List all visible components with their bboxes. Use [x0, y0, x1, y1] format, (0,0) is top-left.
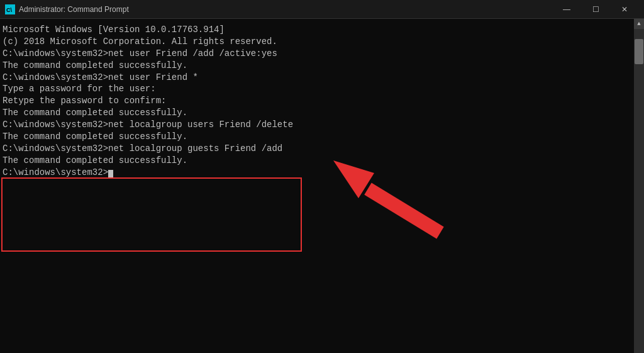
- terminal-line: Microsoft Windows [Version 10.0.17763.91…: [3, 24, 631, 36]
- terminal-line: C:\windows\system32>net user Friend /add…: [3, 48, 631, 60]
- window-body: Microsoft Windows [Version 10.0.17763.91…: [0, 19, 644, 353]
- red-arrow: [308, 142, 447, 264]
- terminal-line: The command completed successfully.: [3, 107, 631, 119]
- scrollbar[interactable]: ▲: [634, 19, 644, 353]
- minimize-button[interactable]: —: [552, 0, 581, 19]
- svg-text:C\: C\: [6, 7, 12, 13]
- window-title: Administrator: Command Prompt: [19, 5, 552, 14]
- maximize-button[interactable]: ☐: [581, 0, 610, 19]
- terminal-line: C:\windows\system32>net localgroup users…: [3, 119, 631, 131]
- window-controls: — ☐ ✕: [552, 0, 639, 19]
- cursor: [108, 170, 113, 179]
- terminal-line: (c) 2018 Microsoft Corporation. All righ…: [3, 36, 631, 48]
- title-bar: C\ Administrator: Command Prompt — ☐ ✕: [0, 0, 644, 19]
- terminal-area[interactable]: Microsoft Windows [Version 10.0.17763.91…: [0, 19, 634, 353]
- svg-marker-2: [308, 148, 447, 258]
- terminal-line: The command completed successfully.: [3, 60, 631, 72]
- close-button[interactable]: ✕: [610, 0, 639, 19]
- terminal-line: C:\windows\system32>net user Friend *: [3, 72, 631, 84]
- scroll-up-arrow[interactable]: ▲: [634, 19, 644, 29]
- scroll-thumb[interactable]: [635, 39, 643, 64]
- svg-line-3: [368, 189, 440, 233]
- terminal-line: Type a password for the user:: [3, 83, 631, 95]
- highlight-box: [1, 177, 302, 252]
- app-icon: C\: [5, 4, 15, 14]
- terminal-line: Retype the password to confirm:: [3, 95, 631, 107]
